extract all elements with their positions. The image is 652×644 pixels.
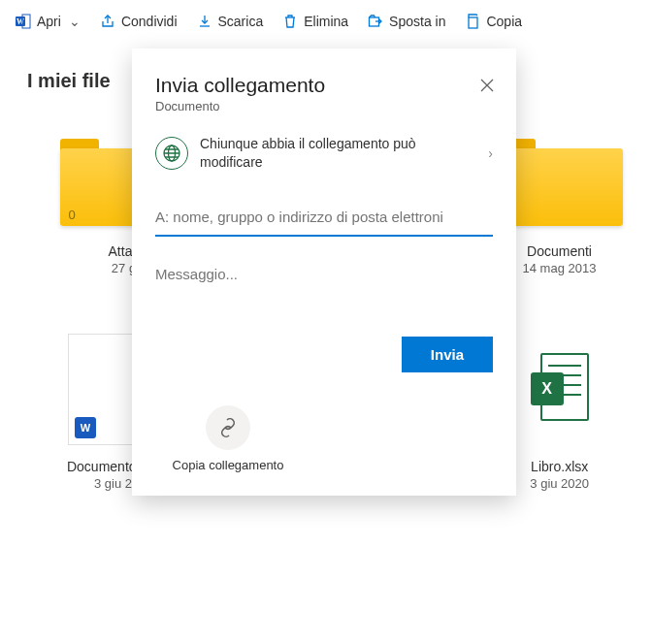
file-name: Libro.xlsx — [531, 459, 588, 474]
copy-icon — [465, 14, 480, 29]
moveto-label: Sposta in — [389, 14, 445, 29]
download-button[interactable]: Scarica — [189, 8, 272, 35]
word-badge-icon: W — [75, 417, 96, 438]
download-label: Scarica — [218, 14, 264, 29]
share-label: Condividi — [121, 14, 178, 29]
move-icon — [368, 14, 383, 29]
svg-rect-4 — [469, 17, 477, 28]
excel-icon: X — [531, 353, 589, 421]
link-settings-button[interactable]: Chiunque abbia il collegamento può modif… — [155, 135, 493, 172]
moveto-button[interactable]: Sposta in — [360, 8, 453, 35]
copy-link-button[interactable]: Copia collegamento — [155, 405, 301, 472]
word-app-icon: W — [16, 14, 31, 29]
open-button[interactable]: W Apri ⌄ — [8, 8, 88, 35]
dialog-title: Invia collegamento — [155, 74, 493, 97]
message-input[interactable] — [155, 256, 493, 292]
send-button[interactable]: Invia — [402, 337, 493, 372]
delete-label: Elimina — [304, 14, 348, 29]
folder-name: Documenti — [527, 243, 592, 259]
file-date: 3 giu 2020 — [530, 476, 589, 491]
open-label: Apri — [37, 14, 61, 29]
share-icon — [100, 14, 115, 29]
command-bar: W Apri ⌄ Condividi Scarica Elimina Spost… — [0, 0, 652, 43]
copy-button[interactable]: Copia — [457, 8, 530, 35]
close-button[interactable] — [472, 70, 503, 101]
file-thumbnail: X — [504, 334, 615, 445]
trash-icon — [282, 14, 298, 29]
svg-text:W: W — [16, 17, 24, 26]
link-icon — [206, 405, 250, 450]
copy-link-label: Copia collegamento — [173, 458, 284, 472]
delete-button[interactable]: Elimina — [275, 8, 356, 35]
download-icon — [197, 14, 212, 29]
chevron-down-icon: ⌄ — [69, 14, 81, 29]
dialog-subtitle: Documento — [155, 99, 493, 113]
share-button[interactable]: Condividi — [92, 8, 185, 35]
recipients-input[interactable] — [155, 201, 493, 237]
permission-text: Chiunque abbia il collegamento può modif… — [200, 135, 476, 172]
copy-label: Copia — [486, 14, 522, 29]
chevron-right-icon: › — [488, 145, 493, 161]
globe-icon — [155, 137, 188, 170]
folder-date: 14 mag 2013 — [523, 261, 597, 275]
share-dialog: Invia collegamento Documento Chiunque ab… — [132, 48, 516, 496]
folder-count: 0 — [68, 208, 75, 222]
